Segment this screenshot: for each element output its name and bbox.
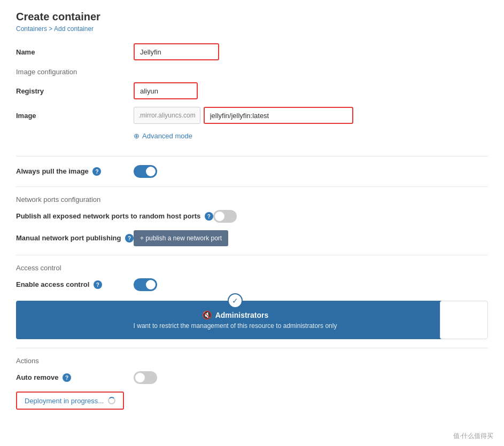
always-pull-row: Always pull the image ? (16, 165, 488, 178)
manual-publish-label: Manual network port publishing ? (16, 234, 134, 243)
divider-3 (16, 255, 488, 255)
enable-access-slider (134, 278, 157, 291)
publish-all-row: Publish all exposed network ports to ran… (16, 210, 488, 223)
registry-prefix: .mirror.aliyuncs.com (134, 107, 200, 124)
breadcrumb: Containers > Add container (16, 25, 488, 33)
divider-2 (16, 186, 488, 187)
publish-all-slider (213, 210, 237, 223)
admin-banner-subtitle: I want to restrict the management of thi… (27, 322, 444, 330)
auto-remove-slider (134, 371, 157, 384)
image-config-title: Image configuration (16, 68, 488, 76)
registry-label: Registry (16, 87, 134, 95)
auto-remove-toggle[interactable] (134, 371, 157, 384)
name-label: Name (16, 48, 134, 56)
admin-banner-title: 🔇 Administrators (27, 310, 444, 320)
page-title: Create container (16, 11, 488, 23)
always-pull-label: Always pull the image ? (16, 167, 134, 176)
advanced-mode-link[interactable]: ⊕ Advanced mode (134, 132, 192, 140)
image-inputs: .mirror.aliyuncs.com (134, 107, 353, 124)
image-row: Image .mirror.aliyuncs.com (16, 107, 488, 124)
deployment-button[interactable]: Deployment in progress... (16, 392, 124, 410)
always-pull-slider (134, 165, 157, 178)
page-container: Create container Containers > Add contai… (0, 0, 504, 446)
manual-publish-help-icon[interactable]: ? (125, 234, 134, 242)
admin-side-panel (440, 301, 488, 339)
enable-access-label: Enable access control ? (16, 280, 134, 289)
auto-remove-help-icon[interactable]: ? (63, 373, 71, 382)
registry-row: Registry (16, 82, 488, 99)
publish-all-toggle[interactable] (213, 210, 237, 223)
publish-all-label: Publish all exposed network ports to ran… (16, 212, 213, 221)
divider-4 (16, 348, 488, 348)
name-row: Name (16, 43, 488, 60)
watermark: 值·什么值得买 (453, 432, 493, 441)
image-input[interactable] (204, 107, 353, 124)
actions-title: Actions (16, 357, 488, 365)
always-pull-toggle[interactable] (134, 165, 157, 178)
auto-remove-label: Auto remove ? (16, 373, 134, 382)
advanced-mode-label: Advanced mode (142, 132, 192, 140)
auto-remove-row: Auto remove ? (16, 371, 488, 384)
enable-access-help-icon[interactable]: ? (94, 280, 102, 289)
breadcrumb-link[interactable]: Containers > Add container (16, 25, 94, 33)
manual-publish-row: Manual network port publishing ? + publi… (16, 230, 488, 246)
network-config-title: Network ports configuration (16, 195, 488, 204)
globe-icon: ⊕ (134, 132, 139, 140)
enable-access-toggle[interactable] (134, 278, 157, 291)
admin-no-icon: 🔇 (202, 310, 212, 320)
name-input[interactable] (134, 43, 219, 60)
admin-banner: ✓ 🔇 Administrators I want to restrict th… (16, 301, 454, 339)
publish-all-help-icon[interactable]: ? (205, 212, 213, 221)
enable-access-row: Enable access control ? (16, 278, 488, 291)
registry-input[interactable] (134, 82, 198, 99)
spinner-icon (108, 397, 115, 404)
image-label: Image (16, 112, 134, 120)
deployment-label: Deployment in progress... (25, 397, 104, 405)
publish-new-port-button[interactable]: + publish a new network port (134, 230, 228, 246)
always-pull-help-icon[interactable]: ? (92, 167, 101, 176)
deployment-row: Deployment in progress... (16, 392, 488, 410)
admin-check-icon: ✓ (228, 293, 243, 308)
access-control-title: Access control (16, 264, 488, 272)
divider-1 (16, 156, 488, 157)
